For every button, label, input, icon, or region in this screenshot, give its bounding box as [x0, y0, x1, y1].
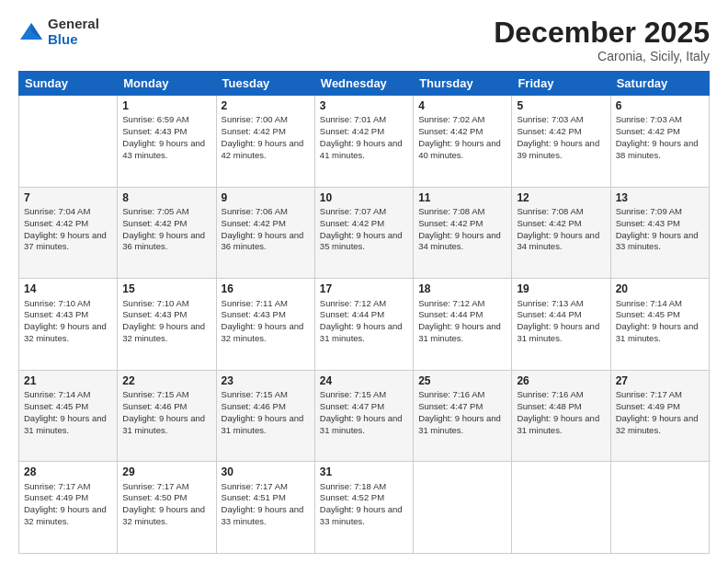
cell-content: 22Sunrise: 7:15 AMSunset: 4:46 PMDayligh… [122, 373, 210, 436]
day-number: 16 [222, 282, 310, 296]
sunrise-text: Sunrise: 7:14 AM [616, 298, 682, 308]
cell-content: 26Sunrise: 7:16 AMSunset: 4:48 PMDayligh… [517, 373, 605, 436]
day-number: 23 [222, 373, 310, 388]
cell-content: 6Sunrise: 7:03 AMSunset: 4:42 PMDaylight… [616, 98, 704, 161]
calendar-cell: 1Sunrise: 6:59 AMSunset: 4:43 PMDaylight… [118, 96, 216, 188]
sunrise-text: Sunrise: 7:10 AM [122, 298, 188, 308]
calendar-cell: 17Sunrise: 7:12 AMSunset: 4:44 PMDayligh… [314, 279, 413, 371]
calendar-cell: 13Sunrise: 7:09 AMSunset: 4:43 PMDayligh… [610, 187, 709, 279]
header: General Blue December 2025 Caronia, Sici… [18, 17, 710, 63]
logo-blue: Blue [48, 32, 99, 48]
daylight-text: Daylight: 9 hours and 33 minutes. [222, 504, 304, 526]
cell-content: 17Sunrise: 7:12 AMSunset: 4:44 PMDayligh… [320, 282, 408, 344]
daylight-text: Daylight: 9 hours and 31 minutes. [320, 321, 403, 343]
day-number: 3 [320, 98, 408, 113]
daylight-text: Daylight: 9 hours and 33 minutes. [320, 504, 403, 526]
sunset-text: Sunset: 4:49 PM [24, 492, 88, 502]
calendar-cell: 24Sunrise: 7:15 AMSunset: 4:47 PMDayligh… [314, 370, 413, 462]
sunset-text: Sunset: 4:42 PM [418, 126, 483, 136]
calendar-cell [19, 96, 118, 188]
sunset-text: Sunset: 4:45 PM [24, 401, 88, 411]
title-block: December 2025 Caronia, Sicily, Italy [494, 17, 710, 63]
calendar-cell: 9Sunrise: 7:06 AMSunset: 4:42 PMDaylight… [216, 187, 314, 279]
sunrise-text: Sunrise: 7:15 AM [222, 389, 288, 399]
cell-content: 7Sunrise: 7:04 AMSunset: 4:42 PMDaylight… [24, 190, 112, 253]
sunset-text: Sunset: 4:42 PM [222, 126, 286, 136]
cell-content: 19Sunrise: 7:13 AMSunset: 4:44 PMDayligh… [517, 282, 605, 344]
sunset-text: Sunset: 4:43 PM [222, 309, 286, 319]
cell-content: 21Sunrise: 7:14 AMSunset: 4:45 PMDayligh… [24, 373, 112, 436]
sunset-text: Sunset: 4:46 PM [222, 401, 286, 411]
daylight-text: Daylight: 9 hours and 32 minutes. [122, 321, 205, 343]
day-number: 26 [517, 373, 605, 388]
sunrise-text: Sunrise: 7:03 AM [517, 114, 583, 124]
cell-content: 30Sunrise: 7:17 AMSunset: 4:51 PMDayligh… [222, 465, 310, 527]
day-number: 7 [24, 190, 112, 205]
day-number: 9 [222, 190, 310, 205]
sunset-text: Sunset: 4:42 PM [418, 218, 483, 228]
daylight-text: Daylight: 9 hours and 31 minutes. [222, 413, 304, 435]
sunrise-text: Sunrise: 7:15 AM [320, 389, 386, 399]
logo: General Blue [18, 17, 99, 47]
cell-content: 8Sunrise: 7:05 AMSunset: 4:42 PMDaylight… [122, 190, 210, 253]
calendar-cell: 10Sunrise: 7:07 AMSunset: 4:42 PMDayligh… [314, 187, 413, 279]
sunrise-text: Sunrise: 7:17 AM [24, 481, 90, 491]
sunset-text: Sunset: 4:42 PM [24, 218, 88, 228]
weekday-header-sunday: Sunday [19, 72, 118, 96]
day-number: 17 [320, 282, 408, 296]
calendar-cell: 14Sunrise: 7:10 AMSunset: 4:43 PMDayligh… [19, 279, 118, 371]
day-number: 22 [122, 373, 210, 388]
daylight-text: Daylight: 9 hours and 33 minutes. [616, 230, 699, 252]
calendar-cell: 8Sunrise: 7:05 AMSunset: 4:42 PMDaylight… [118, 187, 216, 279]
weekday-header-tuesday: Tuesday [216, 72, 314, 96]
daylight-text: Daylight: 9 hours and 31 minutes. [616, 321, 699, 343]
calendar-cell: 27Sunrise: 7:17 AMSunset: 4:49 PMDayligh… [610, 370, 709, 462]
logo-general: General [48, 17, 99, 32]
daylight-text: Daylight: 9 hours and 39 minutes. [517, 138, 599, 160]
cell-content: 16Sunrise: 7:11 AMSunset: 4:43 PMDayligh… [222, 282, 310, 344]
sunrise-text: Sunrise: 7:10 AM [24, 298, 90, 308]
cell-content: 12Sunrise: 7:08 AMSunset: 4:42 PMDayligh… [517, 190, 605, 253]
daylight-text: Daylight: 9 hours and 43 minutes. [122, 138, 205, 160]
weekday-header-monday: Monday [118, 72, 216, 96]
calendar-cell: 5Sunrise: 7:03 AMSunset: 4:42 PMDaylight… [512, 96, 610, 188]
day-number: 18 [418, 282, 506, 296]
calendar-cell: 22Sunrise: 7:15 AMSunset: 4:46 PMDayligh… [118, 370, 216, 462]
calendar-cell: 3Sunrise: 7:01 AMSunset: 4:42 PMDaylight… [314, 96, 413, 188]
day-number: 25 [418, 373, 506, 388]
sunset-text: Sunset: 4:42 PM [320, 126, 384, 136]
calendar-body: 1Sunrise: 6:59 AMSunset: 4:43 PMDaylight… [19, 96, 710, 554]
calendar-cell: 20Sunrise: 7:14 AMSunset: 4:45 PMDayligh… [610, 279, 709, 371]
daylight-text: Daylight: 9 hours and 31 minutes. [418, 321, 501, 343]
daylight-text: Daylight: 9 hours and 31 minutes. [320, 413, 403, 435]
day-number: 2 [222, 98, 310, 113]
daylight-text: Daylight: 9 hours and 37 minutes. [24, 230, 107, 252]
calendar-week-2: 7Sunrise: 7:04 AMSunset: 4:42 PMDaylight… [19, 187, 710, 279]
daylight-text: Daylight: 9 hours and 41 minutes. [320, 138, 403, 160]
daylight-text: Daylight: 9 hours and 32 minutes. [24, 321, 107, 343]
calendar-cell: 16Sunrise: 7:11 AMSunset: 4:43 PMDayligh… [216, 279, 314, 371]
cell-content: 28Sunrise: 7:17 AMSunset: 4:49 PMDayligh… [24, 465, 112, 527]
day-number: 20 [616, 282, 704, 296]
calendar-week-4: 21Sunrise: 7:14 AMSunset: 4:45 PMDayligh… [19, 370, 710, 462]
calendar-header: SundayMondayTuesdayWednesdayThursdayFrid… [19, 72, 710, 96]
page: General Blue December 2025 Caronia, Sici… [0, 0, 728, 563]
sunrise-text: Sunrise: 7:02 AM [418, 114, 484, 124]
location-subtitle: Caronia, Sicily, Italy [494, 49, 710, 63]
sunrise-text: Sunrise: 7:14 AM [24, 389, 90, 399]
sunrise-text: Sunrise: 7:03 AM [616, 114, 682, 124]
cell-content: 3Sunrise: 7:01 AMSunset: 4:42 PMDaylight… [320, 98, 408, 161]
day-number: 28 [24, 465, 112, 479]
calendar-cell [414, 462, 512, 554]
sunset-text: Sunset: 4:42 PM [616, 126, 680, 136]
day-number: 1 [122, 98, 210, 113]
sunset-text: Sunset: 4:43 PM [122, 126, 187, 136]
daylight-text: Daylight: 9 hours and 32 minutes. [24, 504, 107, 526]
sunset-text: Sunset: 4:47 PM [320, 401, 384, 411]
sunrise-text: Sunrise: 7:13 AM [517, 298, 583, 308]
day-number: 8 [122, 190, 210, 205]
cell-content: 23Sunrise: 7:15 AMSunset: 4:46 PMDayligh… [222, 373, 310, 436]
weekday-header-saturday: Saturday [610, 72, 709, 96]
day-number: 5 [517, 98, 605, 113]
sunset-text: Sunset: 4:51 PM [222, 492, 286, 502]
